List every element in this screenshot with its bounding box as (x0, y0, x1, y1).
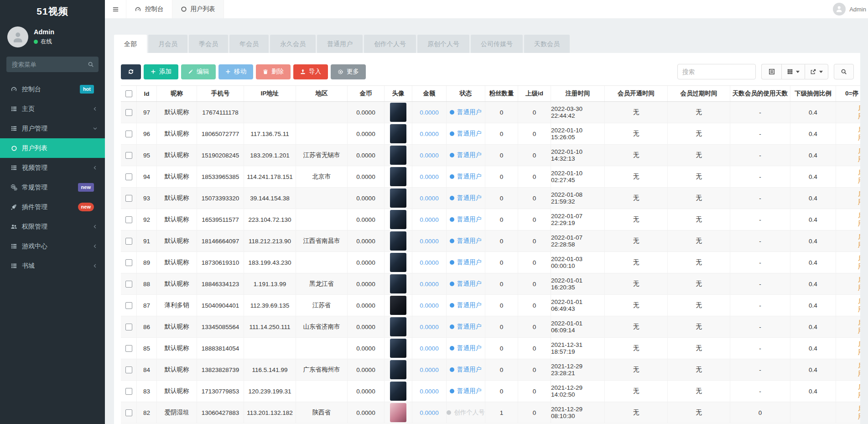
export-button[interactable] (805, 64, 828, 79)
amount-link[interactable]: 0.0000 (420, 195, 438, 202)
enabled-cell: 启用 (836, 316, 860, 337)
sidebar-item-6[interactable]: 插件管理new (0, 197, 105, 217)
filter-tab-8[interactable]: 公司传媒号 (471, 35, 523, 53)
amount-link[interactable]: 0.0000 (420, 409, 438, 416)
filter-tab-5[interactable]: 普通用户 (317, 35, 363, 53)
select-all-checkbox[interactable] (125, 90, 132, 97)
row-checkbox[interactable] (125, 152, 132, 159)
navbar-tab-0[interactable]: 控制台 (126, 0, 172, 18)
menu-icon (112, 6, 119, 13)
row-checkbox[interactable] (125, 345, 132, 352)
row-checkbox[interactable] (125, 302, 132, 309)
row-checkbox[interactable] (125, 109, 132, 116)
column-header: 头像 (384, 86, 412, 101)
user-avatar-image (390, 124, 406, 143)
id-cell: 89 (136, 252, 156, 273)
amount-link[interactable]: 0.0000 (420, 131, 438, 137)
filter-tab-6[interactable]: 创作个人号 (364, 35, 416, 53)
filter-tab-3[interactable]: 年会员 (229, 35, 269, 53)
amount-link[interactable]: 0.0000 (420, 109, 438, 116)
vip_end-cell: 无 (667, 273, 730, 294)
row-checkbox[interactable] (125, 281, 132, 288)
nickname-cell: 默认昵称 (156, 145, 197, 166)
sidebar-item-7[interactable]: 权限管理 (0, 217, 105, 236)
toolbar-actions: 添加编辑移动删除导入更多 (121, 64, 369, 79)
row-checkbox[interactable] (125, 324, 132, 330)
row-checkbox[interactable] (125, 388, 132, 395)
more-button[interactable]: 更多 (331, 64, 366, 79)
sidebar-item-9[interactable]: 书城 (0, 256, 105, 276)
fans-cell: 0 (485, 359, 518, 380)
amount-link[interactable]: 0.0000 (420, 281, 438, 288)
ratio-cell: 0.4 (790, 359, 836, 380)
row-checkbox[interactable] (125, 131, 132, 137)
region-cell (296, 102, 347, 123)
phone-cell: 13060427883 (197, 402, 244, 423)
amount-link[interactable]: 0.0000 (420, 388, 438, 395)
move-button[interactable]: 移动 (218, 64, 253, 79)
amount-link[interactable]: 0.0000 (420, 324, 438, 330)
amount-link[interactable]: 0.0000 (420, 302, 438, 309)
detail-view-button[interactable] (761, 64, 781, 79)
sidebar-item-3[interactable]: 用户列表 (0, 138, 105, 158)
refresh-button[interactable] (121, 64, 141, 79)
table-row-89: 89默认昵称18730619310183.199.43.2300.00000.0… (121, 252, 860, 273)
sidebar-item-4[interactable]: 视频管理 (0, 158, 105, 178)
ratio-cell: 0.4 (790, 145, 836, 166)
region-cell: 江西省南昌市 (296, 230, 347, 251)
list-icon (8, 164, 20, 171)
row-checkbox[interactable] (125, 216, 132, 223)
sidebar-search-input[interactable] (6, 57, 99, 72)
coins-cell: 0.0000 (347, 295, 384, 316)
row-checkbox[interactable] (125, 259, 132, 266)
amount-link[interactable]: 0.0000 (420, 152, 438, 159)
sidebar-toggle-button[interactable] (105, 0, 126, 18)
avatar-cell (384, 209, 412, 230)
amount-link[interactable]: 0.0000 (420, 216, 438, 223)
filter-tab-9[interactable]: 天数会员 (524, 35, 570, 53)
filter-tab-7[interactable]: 原创个人号 (417, 35, 469, 53)
id-cell: 82 (136, 402, 156, 423)
search-button[interactable] (834, 64, 854, 79)
columns-button[interactable] (781, 64, 805, 79)
sidebar-item-5[interactable]: 常规管理new (0, 178, 105, 197)
row-checkbox[interactable] (125, 366, 132, 373)
filter-tab-2[interactable]: 季会员 (189, 35, 228, 53)
sidebar-item-1[interactable]: 主页 (0, 99, 105, 119)
delete-button[interactable]: 删除 (256, 64, 291, 79)
phone-cell: 18883814054 (197, 338, 244, 359)
table-search-input[interactable] (677, 64, 756, 79)
parent_id-cell: 0 (518, 188, 551, 209)
amount-link[interactable]: 0.0000 (420, 366, 438, 373)
amount-link[interactable]: 0.0000 (420, 259, 438, 266)
row-checkbox[interactable] (125, 195, 132, 202)
ip-cell: 1.191.13.99 (244, 273, 296, 294)
sidebar-item-0[interactable]: 控制台hot (0, 79, 105, 99)
filter-tab-0[interactable]: 全部 (114, 35, 147, 53)
amount-link[interactable]: 0.0000 (420, 238, 438, 245)
vip_start-cell: 无 (604, 381, 667, 402)
row-checkbox[interactable] (125, 238, 132, 245)
chevron-left-icon (93, 106, 98, 111)
edit-button[interactable]: 编辑 (181, 64, 216, 79)
import-button[interactable]: 导入 (293, 64, 328, 79)
filter-tab-1[interactable]: 月会员 (148, 35, 187, 53)
navbar-tab-1[interactable]: 用户列表 (172, 0, 224, 18)
search-icon (841, 68, 847, 75)
enabled-cell: 启用 (836, 338, 860, 359)
amount-cell: 0.0000 (412, 188, 446, 209)
amount-link[interactable]: 0.0000 (420, 173, 438, 180)
ip-cell: 183.199.43.230 (244, 252, 296, 273)
sidebar-item-8[interactable]: 游戏中心 (0, 236, 105, 256)
status-cell: 普通用户 (446, 145, 485, 166)
id-cell: 96 (136, 123, 156, 144)
navbar-user-menu[interactable]: Admin (833, 0, 868, 18)
row-checkbox[interactable] (125, 173, 132, 180)
row-checkbox[interactable] (125, 409, 132, 416)
users-icon (8, 223, 20, 230)
amount-link[interactable]: 0.0000 (420, 345, 438, 352)
add-button[interactable]: 添加 (144, 64, 178, 79)
list-icon (8, 105, 20, 112)
filter-tab-4[interactable]: 永久会员 (270, 35, 316, 53)
sidebar-item-2[interactable]: 用户管理 (0, 119, 105, 138)
